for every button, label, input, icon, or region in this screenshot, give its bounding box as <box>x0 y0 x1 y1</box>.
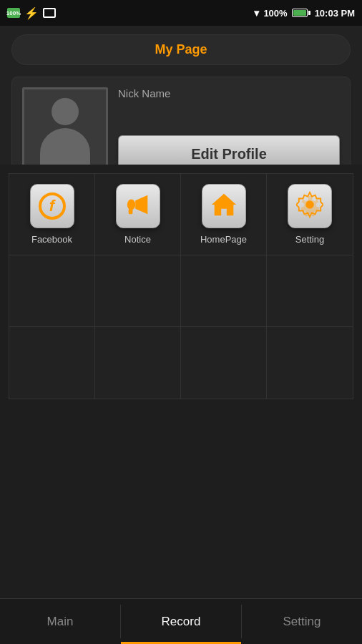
notice-icon-btn <box>116 184 160 228</box>
image-icon <box>43 8 56 18</box>
signal-icon: 100% <box>7 8 20 18</box>
facebook-icon: f <box>39 192 66 220</box>
my-page-bar: My Page <box>11 34 351 65</box>
svg-rect-2 <box>128 209 132 215</box>
status-icons-left: 100% ⚡ <box>7 6 56 20</box>
grid-empty-3 <box>181 255 267 327</box>
grid-section: f Facebook <box>0 165 362 598</box>
profile-info: Nick Name Edit Profile <box>118 87 340 173</box>
nav-record-label: Record <box>162 615 201 629</box>
homepage-icon-btn <box>202 184 246 228</box>
grid-empty-7 <box>181 327 267 399</box>
avatar-body <box>40 128 90 167</box>
battery-icon <box>292 9 310 17</box>
grid-item-homepage[interactable]: HomePage <box>181 174 267 255</box>
battery-percent: 100% <box>263 8 287 19</box>
status-icons-right: ▾ 100% 10:03 PM <box>254 7 355 19</box>
app-grid: f Facebook <box>9 173 353 399</box>
svg-point-0 <box>127 199 134 210</box>
nav-item-record[interactable]: Record <box>121 599 241 644</box>
clock: 10:03 PM <box>315 8 355 19</box>
nav-setting-label: Setting <box>283 615 321 629</box>
usb-icon: ⚡ <box>24 6 39 20</box>
avatar-silhouette <box>36 98 94 162</box>
grid-empty-2 <box>95 255 181 327</box>
svg-marker-1 <box>135 195 147 215</box>
setting-icon <box>296 191 323 221</box>
nick-name-label: Nick Name <box>118 87 340 99</box>
nav-item-setting[interactable]: Setting <box>242 599 362 644</box>
avatar-head <box>52 98 79 125</box>
setting-label: Setting <box>295 234 324 245</box>
status-bar: 100% ⚡ ▾ 100% 10:03 PM <box>0 0 362 26</box>
grid-item-notice[interactable]: Notice <box>95 174 181 255</box>
homepage-label: HomePage <box>200 234 247 245</box>
bottom-navigation: Main Record Setting <box>0 598 362 644</box>
notice-icon <box>124 191 152 221</box>
grid-empty-4 <box>267 255 353 327</box>
grid-item-facebook[interactable]: f Facebook <box>9 174 95 255</box>
grid-empty-5 <box>9 327 95 399</box>
notice-label: Notice <box>124 234 151 245</box>
svg-marker-3 <box>211 194 235 215</box>
grid-empty-1 <box>9 255 95 327</box>
wifi-icon: ▾ <box>254 7 259 19</box>
profile-top: Nick Name Edit Profile <box>22 87 340 173</box>
homepage-icon <box>210 191 238 221</box>
setting-icon-btn <box>288 184 332 228</box>
nav-item-main[interactable]: Main <box>0 599 120 644</box>
avatar <box>22 87 108 173</box>
grid-item-setting[interactable]: Setting <box>267 174 353 255</box>
grid-empty-6 <box>95 327 181 399</box>
page-title: My Page <box>155 42 207 57</box>
nav-main-label: Main <box>47 615 74 629</box>
facebook-label: Facebook <box>31 234 72 245</box>
grid-empty-8 <box>267 327 353 399</box>
facebook-icon-btn: f <box>30 184 74 228</box>
